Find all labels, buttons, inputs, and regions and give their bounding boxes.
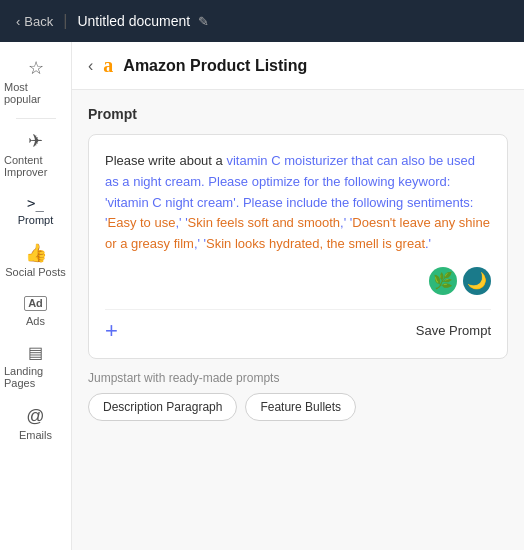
sidebar-item-label: Most popular (4, 81, 67, 105)
document-title: Untitled document (77, 13, 190, 29)
sidebar-item-content-improver[interactable]: ✈ Content Improver (0, 124, 71, 186)
sidebar-item-ads[interactable]: Ad Ads (0, 288, 71, 335)
avatar-teal-icon: 🌙 (467, 271, 487, 290)
jumpstart-btn-description[interactable]: Description Paragraph (88, 393, 237, 421)
sidebar-item-prompt[interactable]: >_ Prompt (0, 188, 71, 234)
sidebar-divider (16, 118, 56, 119)
edit-icon[interactable]: ✎ (198, 14, 209, 29)
sidebar-item-emails[interactable]: @ Emails (0, 399, 71, 449)
jumpstart-section: Jumpstart with ready-made prompts Descri… (88, 371, 508, 421)
email-icon: @ (26, 407, 44, 425)
prompt-highlight-5: .' (425, 236, 431, 251)
terminal-icon: >_ (27, 196, 44, 210)
sidebar-item-label: Landing Pages (4, 365, 67, 389)
sidebar: ☆ Most popular ✈ Content Improver >_ Pro… (0, 42, 72, 550)
jumpstart-buttons: Description Paragraph Feature Bullets (88, 393, 508, 421)
jumpstart-btn-feature[interactable]: Feature Bullets (245, 393, 356, 421)
prompt-highlight-orange-2: Skin feels soft and smooth (188, 215, 340, 230)
star-icon: ☆ (28, 59, 44, 77)
avatar-green[interactable]: 🌿 (429, 267, 457, 295)
prompt-highlight-4: ,' ' (194, 236, 206, 251)
ad-icon: Ad (24, 296, 47, 311)
avatar-green-icon: 🌿 (433, 271, 453, 290)
prompt-highlight-3: ,' ' (340, 215, 352, 230)
content-header: ‹ a Amazon Product Listing (72, 42, 524, 90)
prompt-highlight-orange-1: Easy to use (107, 215, 175, 230)
prompt-actions-row: 🌿 🌙 (105, 267, 491, 295)
amazon-logo: a (103, 54, 113, 77)
back-chevron-icon: ‹ (16, 14, 20, 29)
sidebar-item-label: Content Improver (4, 154, 67, 178)
section-label: Prompt (88, 106, 508, 122)
sidebar-item-label: Ads (26, 315, 45, 327)
add-button[interactable]: + (105, 320, 118, 342)
content-body: Prompt Please write about a vitamin C mo… (72, 90, 524, 550)
prompt-text-start: Please write about a (105, 153, 226, 168)
sidebar-item-most-popular[interactable]: ☆ Most popular (0, 51, 71, 113)
prompt-bottom-row: + Save Prompt (105, 309, 491, 342)
back-label: Back (24, 14, 53, 29)
avatar-teal[interactable]: 🌙 (463, 267, 491, 295)
sidebar-item-landing-pages[interactable]: ▤ Landing Pages (0, 337, 71, 397)
content-back-button[interactable]: ‹ (88, 57, 93, 75)
jumpstart-label: Jumpstart with ready-made prompts (88, 371, 508, 385)
prompt-text: Please write about a vitamin C moisturiz… (105, 151, 491, 255)
save-prompt-label: Save Prompt (416, 323, 491, 338)
sidebar-item-social-posts[interactable]: 👍 Social Posts (0, 236, 71, 286)
sidebar-item-label: Emails (19, 429, 52, 441)
main-layout: ☆ Most popular ✈ Content Improver >_ Pro… (0, 42, 524, 550)
prompt-highlight-2: ,' ' (175, 215, 187, 230)
topbar: ‹ Back | Untitled document ✎ (0, 0, 524, 42)
thumbs-up-icon: 👍 (25, 244, 47, 262)
sidebar-item-label: Social Posts (5, 266, 66, 278)
rocket-icon: ✈ (28, 132, 43, 150)
landing-page-icon: ▤ (28, 345, 43, 361)
prompt-highlight-orange-4: Skin looks hydrated, the smell is great (206, 236, 425, 251)
save-prompt-button[interactable]: Save Prompt (416, 323, 491, 338)
topbar-divider: | (63, 12, 67, 30)
sidebar-item-label: Prompt (18, 214, 53, 226)
content-area: ‹ a Amazon Product Listing Prompt Please… (72, 42, 524, 550)
prompt-box: Please write about a vitamin C moisturiz… (88, 134, 508, 359)
content-header-title: Amazon Product Listing (123, 57, 307, 75)
back-button[interactable]: ‹ Back (16, 14, 53, 29)
